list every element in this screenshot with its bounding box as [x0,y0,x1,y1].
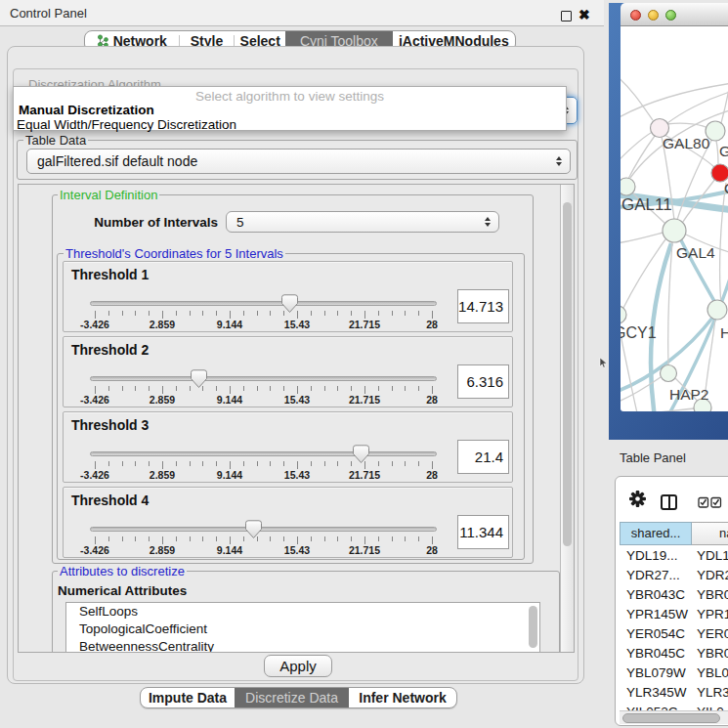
list-scrollbar[interactable] [529,606,537,648]
threshold-panel: Threshold 1-3.4262.8599.14415.4321.71528… [63,261,513,332]
slider-thumb[interactable] [191,369,207,389]
slider-tick-label: 9.144 [217,394,242,406]
slider-track[interactable] [90,527,437,532]
gear-icon[interactable] [628,490,647,508]
attribute-list-item[interactable]: SelfLoops [66,603,539,621]
thresholds-group-title: Threshold's Coordinates for 5 Intervals [64,246,285,261]
slider-thumb[interactable] [281,294,298,314]
num-intervals-spinner[interactable]: 5 [226,211,499,233]
network-node-label: GAL11 [621,195,672,214]
slider-tick [135,536,136,541]
attribute-list-item[interactable]: TopologicalCoefficient [66,621,539,638]
network-edge[interactable] [667,91,728,123]
table-cell-shared-name[interactable]: YPR145W [626,605,688,624]
float-window-icon[interactable] [561,11,572,21]
network-node[interactable] [661,365,677,382]
settings-scrollbar-track[interactable] [560,185,574,652]
slider-tick [216,536,217,541]
apply-button[interactable]: Apply [264,655,332,677]
slider-thumb[interactable] [245,520,262,539]
minimize-traffic-light[interactable] [648,10,659,21]
network-edge[interactable] [721,70,728,123]
table-cell-name[interactable]: YDR2 [697,566,728,585]
table-header-name[interactable]: na [692,522,728,545]
attribute-list-item[interactable]: BetweennessCentrality [66,638,539,653]
slider-tick-label: 28 [426,319,438,330]
numerical-attributes-list[interactable]: SelfLoopsTopologicalCoefficientBetweenne… [65,602,540,653]
table-cell-shared-name[interactable]: YDL19... [626,546,678,566]
slider-tick [122,461,123,466]
network-canvas[interactable]: GAL80GACGAL11GAL4GCY1HHAP2 [621,26,728,411]
slider-tick [311,461,312,466]
threshold-value-field[interactable]: 14.713 [457,289,509,323]
table-cell-shared-name[interactable]: YLR345W [626,683,687,703]
network-window-titlebar[interactable] [621,3,728,26]
bottom-tab-infer-network[interactable]: Infer Network [349,688,456,707]
table-cell-name[interactable]: YER0 [697,624,728,644]
network-edge[interactable] [720,183,726,305]
slider-tick-label: 9.144 [217,469,242,481]
table-cell-name[interactable]: YBL0 [697,664,728,683]
table-cell-name[interactable]: YPR1 [697,605,728,624]
slider-thumb[interactable] [353,445,369,464]
threshold-value-field[interactable]: 6.316 [457,364,509,399]
network-node[interactable] [621,306,626,323]
bottom-tab-discretize-data[interactable]: Discretize Data [235,688,349,707]
table-cell-shared-name[interactable]: YBR045C [626,644,685,664]
network-edge[interactable] [628,136,655,179]
num-intervals-value: 5 [227,215,485,230]
table-cell-shared-name[interactable]: YER054C [626,624,685,644]
slider-tick [176,536,177,541]
table-cell-shared-name[interactable]: YBL079W [626,664,686,683]
slider-track[interactable] [90,301,437,306]
slider-tick [337,536,338,541]
column-layout-icon[interactable] [661,494,677,510]
bottom-tab-impute-data[interactable]: Impute Data [141,688,235,707]
table-hscrollbar-thumb[interactable] [622,713,720,723]
table-data-group-title: Table Data [23,133,88,148]
settings-scrollbar-thumb[interactable] [563,202,572,546]
table-cell-name[interactable]: YLR3 [697,683,728,703]
close-traffic-light[interactable] [630,10,641,21]
slider-tick [122,536,123,541]
table-cell-name[interactable]: YDL1 [697,546,728,566]
network-node[interactable] [663,219,686,242]
checkbox-icons[interactable] [698,496,723,508]
network-node[interactable] [707,300,727,320]
slider-tick-label: 15.43 [284,319,310,330]
slider-track[interactable] [90,376,437,381]
slider-tick [270,386,271,391]
network-edge[interactable] [622,239,665,310]
slider-tick [190,311,191,316]
table-cell-name[interactable]: YBR0 [697,644,728,664]
threshold-panel: Threshold 2-3.4262.8599.14415.4321.71528… [63,336,513,407]
slider-tick [283,536,284,541]
table-cell-name[interactable]: YBR0 [697,585,728,605]
table-header-shared-name[interactable]: shared... [620,522,692,545]
slider-tick [230,386,231,394]
threshold-value-field[interactable]: 11.344 [457,515,509,549]
table-hscrollbar[interactable] [620,710,728,724]
network-edge[interactable] [716,141,718,164]
table-cell-shared-name[interactable]: YBR043C [626,585,685,605]
attributes-group-title: Attributes to discretize [58,564,187,578]
network-node[interactable] [621,178,635,195]
mouse-cursor [599,358,609,369]
dropdown-item-manual[interactable]: Manual Discretization [19,103,154,117]
network-edge[interactable] [621,233,663,243]
slider-tick [122,386,123,391]
table-data-combobox-value: galFiltered.sif default node [27,153,556,169]
network-edge[interactable] [621,83,728,119]
dropdown-item-equal-width[interactable]: Equal Width/Frequency Discretization [17,117,236,132]
network-edge[interactable] [668,242,672,364]
bottom-tabs: Impute DataDiscretize DataInfer Network [140,687,457,708]
slider-track[interactable] [90,451,437,456]
table-cell-shared-name[interactable]: YDR27... [626,566,680,585]
table-data-combobox[interactable]: galFiltered.sif default node [26,149,571,174]
network-edge[interactable] [621,408,695,411]
close-icon[interactable]: ✖ [578,7,590,22]
threshold-value-field[interactable]: 21.4 [457,440,509,474]
zoom-traffic-light[interactable] [665,10,676,21]
control-panel-titlebar [0,0,604,26]
slider-tick [95,461,96,469]
